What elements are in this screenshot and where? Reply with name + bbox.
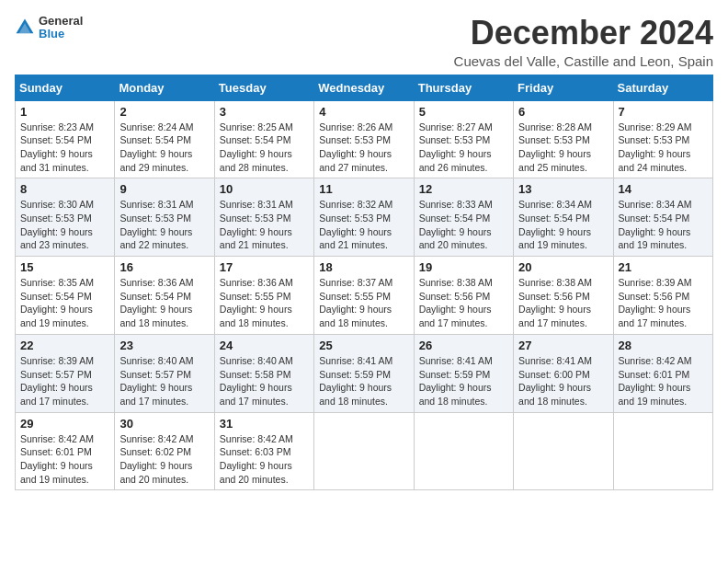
day-cell: 10Sunrise: 8:31 AM Sunset: 5:53 PM Dayli… (214, 178, 313, 257)
day-cell: 5Sunrise: 8:27 AM Sunset: 5:53 PM Daylig… (414, 100, 513, 178)
day-number: 8 (20, 182, 109, 196)
day-info: Sunrise: 8:26 AM Sunset: 5:53 PM Dayligh… (319, 121, 408, 175)
day-info: Sunrise: 8:27 AM Sunset: 5:53 PM Dayligh… (419, 121, 508, 175)
day-number: 12 (419, 182, 508, 196)
day-info: Sunrise: 8:41 AM Sunset: 6:00 PM Dayligh… (518, 354, 608, 408)
week-row-3: 15Sunrise: 8:35 AM Sunset: 5:54 PM Dayli… (16, 257, 713, 335)
day-number: 5 (419, 105, 508, 119)
day-number: 4 (319, 105, 408, 119)
day-cell: 3Sunrise: 8:25 AM Sunset: 5:54 PM Daylig… (214, 100, 313, 178)
week-row-5: 29Sunrise: 8:42 AM Sunset: 6:01 PM Dayli… (16, 412, 713, 490)
day-number: 9 (119, 182, 209, 196)
day-number: 6 (518, 105, 608, 119)
day-cell: 20Sunrise: 8:38 AM Sunset: 5:56 PM Dayli… (514, 257, 613, 335)
day-cell: 22Sunrise: 8:39 AM Sunset: 5:57 PM Dayli… (16, 334, 115, 412)
header: General Blue December 2024 Cuevas del Va… (15, 15, 713, 69)
day-info: Sunrise: 8:31 AM Sunset: 5:53 PM Dayligh… (220, 198, 309, 252)
day-number: 31 (220, 417, 309, 431)
day-number: 20 (518, 260, 608, 274)
day-cell: 26Sunrise: 8:41 AM Sunset: 5:59 PM Dayli… (414, 334, 513, 412)
day-info: Sunrise: 8:40 AM Sunset: 5:57 PM Dayligh… (119, 354, 209, 408)
day-number: 21 (619, 260, 708, 274)
day-number: 23 (119, 339, 209, 352)
day-info: Sunrise: 8:42 AM Sunset: 6:02 PM Dayligh… (119, 432, 209, 487)
day-cell: 18Sunrise: 8:37 AM Sunset: 5:55 PM Dayli… (314, 257, 414, 335)
day-number: 28 (619, 339, 708, 352)
day-info: Sunrise: 8:33 AM Sunset: 5:54 PM Dayligh… (419, 198, 508, 252)
week-row-4: 22Sunrise: 8:39 AM Sunset: 5:57 PM Dayli… (16, 334, 713, 412)
header-cell-sunday: Sunday (16, 75, 115, 100)
day-cell (514, 412, 613, 490)
day-number: 2 (119, 105, 209, 119)
day-info: Sunrise: 8:39 AM Sunset: 5:57 PM Dayligh… (20, 354, 109, 408)
day-number: 25 (319, 339, 408, 352)
day-cell: 14Sunrise: 8:34 AM Sunset: 5:54 PM Dayli… (613, 178, 712, 257)
day-cell: 4Sunrise: 8:26 AM Sunset: 5:53 PM Daylig… (314, 100, 414, 178)
day-info: Sunrise: 8:36 AM Sunset: 5:55 PM Dayligh… (220, 276, 309, 330)
day-cell: 8Sunrise: 8:30 AM Sunset: 5:53 PM Daylig… (16, 178, 115, 257)
day-cell: 17Sunrise: 8:36 AM Sunset: 5:55 PM Dayli… (214, 257, 313, 335)
day-cell (414, 412, 513, 490)
day-info: Sunrise: 8:37 AM Sunset: 5:55 PM Dayligh… (319, 276, 408, 330)
header-cell-friday: Friday (514, 75, 613, 100)
day-info: Sunrise: 8:36 AM Sunset: 5:54 PM Dayligh… (119, 276, 209, 330)
header-cell-tuesday: Tuesday (214, 75, 313, 100)
day-number: 19 (419, 260, 508, 274)
day-cell: 15Sunrise: 8:35 AM Sunset: 5:54 PM Dayli… (16, 257, 115, 335)
day-cell: 12Sunrise: 8:33 AM Sunset: 5:54 PM Dayli… (414, 178, 513, 257)
day-cell: 21Sunrise: 8:39 AM Sunset: 5:56 PM Dayli… (613, 257, 712, 335)
day-number: 10 (220, 182, 309, 196)
logo-line2: Blue (39, 28, 83, 40)
day-info: Sunrise: 8:39 AM Sunset: 5:56 PM Dayligh… (619, 276, 708, 330)
day-info: Sunrise: 8:40 AM Sunset: 5:58 PM Dayligh… (220, 354, 309, 408)
week-row-1: 1Sunrise: 8:23 AM Sunset: 5:54 PM Daylig… (16, 100, 713, 178)
day-cell: 19Sunrise: 8:38 AM Sunset: 5:56 PM Dayli… (414, 257, 513, 335)
calendar-header-row: SundayMondayTuesdayWednesdayThursdayFrid… (16, 75, 713, 100)
day-cell: 23Sunrise: 8:40 AM Sunset: 5:57 PM Dayli… (115, 334, 214, 412)
day-info: Sunrise: 8:42 AM Sunset: 6:03 PM Dayligh… (220, 432, 309, 487)
day-info: Sunrise: 8:35 AM Sunset: 5:54 PM Dayligh… (20, 276, 109, 330)
day-cell (314, 412, 414, 490)
day-cell: 6Sunrise: 8:28 AM Sunset: 5:53 PM Daylig… (514, 100, 613, 178)
day-info: Sunrise: 8:34 AM Sunset: 5:54 PM Dayligh… (518, 198, 608, 252)
header-cell-wednesday: Wednesday (314, 75, 414, 100)
day-info: Sunrise: 8:38 AM Sunset: 5:56 PM Dayligh… (518, 276, 608, 330)
title-area: December 2024 Cuevas del Valle, Castille… (454, 15, 713, 69)
day-info: Sunrise: 8:30 AM Sunset: 5:53 PM Dayligh… (20, 198, 109, 252)
calendar: SundayMondayTuesdayWednesdayThursdayFrid… (15, 75, 713, 491)
day-number: 17 (220, 260, 309, 274)
header-cell-saturday: Saturday (613, 75, 712, 100)
day-cell: 7Sunrise: 8:29 AM Sunset: 5:53 PM Daylig… (613, 100, 712, 178)
calendar-body: 1Sunrise: 8:23 AM Sunset: 5:54 PM Daylig… (16, 100, 713, 490)
month-title: December 2024 (454, 15, 713, 52)
day-number: 1 (20, 105, 109, 119)
location-title: Cuevas del Valle, Castille and Leon, Spa… (454, 53, 713, 69)
day-info: Sunrise: 8:42 AM Sunset: 6:01 PM Dayligh… (619, 354, 708, 408)
logo: General Blue (15, 15, 83, 41)
day-cell: 24Sunrise: 8:40 AM Sunset: 5:58 PM Dayli… (214, 334, 313, 412)
day-info: Sunrise: 8:32 AM Sunset: 5:53 PM Dayligh… (319, 198, 408, 252)
day-info: Sunrise: 8:24 AM Sunset: 5:54 PM Dayligh… (119, 121, 209, 175)
logo-icon (15, 17, 35, 38)
week-row-2: 8Sunrise: 8:30 AM Sunset: 5:53 PM Daylig… (16, 178, 713, 257)
day-info: Sunrise: 8:38 AM Sunset: 5:56 PM Dayligh… (419, 276, 508, 330)
day-cell: 29Sunrise: 8:42 AM Sunset: 6:01 PM Dayli… (16, 412, 115, 490)
header-cell-thursday: Thursday (414, 75, 513, 100)
day-info: Sunrise: 8:23 AM Sunset: 5:54 PM Dayligh… (20, 121, 109, 175)
day-number: 13 (518, 182, 608, 196)
day-cell: 13Sunrise: 8:34 AM Sunset: 5:54 PM Dayli… (514, 178, 613, 257)
day-number: 22 (20, 339, 109, 352)
day-info: Sunrise: 8:41 AM Sunset: 5:59 PM Dayligh… (419, 354, 508, 408)
day-number: 26 (419, 339, 508, 352)
day-number: 29 (20, 417, 109, 431)
day-info: Sunrise: 8:25 AM Sunset: 5:54 PM Dayligh… (220, 121, 309, 175)
day-number: 27 (518, 339, 608, 352)
day-number: 18 (319, 260, 408, 274)
header-cell-monday: Monday (115, 75, 214, 100)
logo-text: General Blue (39, 15, 83, 41)
day-number: 7 (619, 105, 708, 119)
day-cell: 30Sunrise: 8:42 AM Sunset: 6:02 PM Dayli… (115, 412, 214, 490)
day-cell: 2Sunrise: 8:24 AM Sunset: 5:54 PM Daylig… (115, 100, 214, 178)
day-number: 30 (119, 417, 209, 431)
day-number: 16 (119, 260, 209, 274)
